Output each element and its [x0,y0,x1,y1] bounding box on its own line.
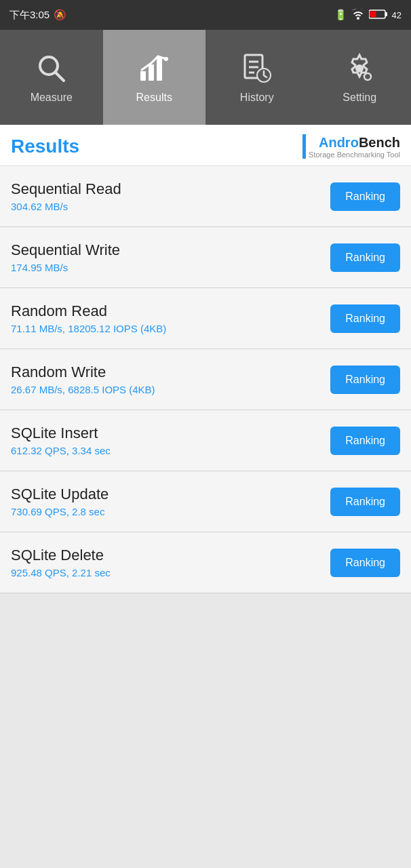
result-name-sqlite-update: SQLite Update [11,486,330,503]
tab-setting[interactable]: Setting [309,30,412,125]
tab-measure-label: Measure [31,92,73,104]
history-icon [239,51,275,86]
result-value-sequential-read: 304.62 MB/s [11,201,330,212]
status-time: 下午3:05 [9,9,50,22]
result-sqlite-delete: SQLite Delete 925.48 QPS, 2.21 sec Ranki… [0,532,411,593]
tab-setting-label: Setting [342,92,376,104]
svg-point-14 [355,64,364,73]
battery-percent: 42 [392,10,402,20]
result-info-random-read: Random Read 71.11 MB/s, 18205.12 IOPS (4… [11,302,330,334]
ranking-button-sqlite-update[interactable]: Ranking [330,488,400,516]
svg-rect-2 [370,11,376,17]
status-bar: 下午3:05 🔕 🔋 42 [0,0,411,30]
tab-bar: Measure Results History [0,30,411,125]
result-info-sequential-write: Sequential Write 174.95 MB/s [11,241,330,273]
ranking-button-sequential-read[interactable]: Ranking [330,182,400,211]
logo-andro: Andro [319,135,359,150]
wifi-icon [351,9,365,22]
page-title: Results [11,136,79,157]
result-info-sequential-read: Sequential Read 304.62 MB/s [11,180,330,212]
result-value-sqlite-insert: 612.32 QPS, 3.34 sec [11,445,330,456]
status-right: 🔋 42 [334,9,402,22]
svg-rect-6 [149,64,154,81]
result-sequential-read: Sequential Read 304.62 MB/s Ranking [0,166,411,227]
svg-point-8 [164,57,168,61]
logo-subtitle: Storage Benchmarking Tool [309,151,400,159]
tab-history-label: History [240,92,274,104]
ranking-button-sqlite-insert[interactable]: Ranking [330,427,400,455]
search-icon [34,51,69,86]
chart-icon [136,51,172,86]
svg-line-4 [56,73,64,81]
result-info-sqlite-update: SQLite Update 730.69 QPS, 2.8 sec [11,486,330,517]
result-name-random-write: Random Write [11,363,330,381]
result-value-sqlite-update: 730.69 QPS, 2.8 sec [11,506,330,517]
tab-results-label: Results [136,92,172,104]
ranking-button-random-read[interactable]: Ranking [330,304,400,333]
result-name-random-read: Random Read [11,302,330,320]
result-name-sqlite-insert: SQLite Insert [11,425,330,442]
result-name-sequential-write: Sequential Write [11,241,330,259]
tab-history[interactable]: History [206,30,309,125]
battery-low-icon: 🔋 [334,9,347,21]
app-logo: AndroBench Storage Benchmarking Tool [302,134,400,159]
ranking-button-sqlite-delete[interactable]: Ranking [330,549,400,577]
mute-icon: 🔕 [54,9,66,21]
tab-results[interactable]: Results [103,30,206,125]
ranking-button-sequential-write[interactable]: Ranking [330,243,400,272]
battery-level [369,9,388,22]
result-sqlite-insert: SQLite Insert 612.32 QPS, 3.34 sec Ranki… [0,410,411,471]
result-sqlite-update: SQLite Update 730.69 QPS, 2.8 sec Rankin… [0,471,411,532]
result-random-write: Random Write 26.67 MB/s, 6828.5 IOPS (4K… [0,349,411,410]
result-name-sequential-read: Sequential Read [11,180,330,198]
tab-measure[interactable]: Measure [0,30,103,125]
logo-name: AndroBench [309,135,400,151]
result-value-sqlite-delete: 925.48 QPS, 2.21 sec [11,567,330,578]
results-list: Sequential Read 304.62 MB/s Ranking Sequ… [0,166,411,593]
result-info-sqlite-delete: SQLite Delete 925.48 QPS, 2.21 sec [11,547,330,578]
result-value-random-read: 71.11 MB/s, 18205.12 IOPS (4KB) [11,323,330,334]
result-name-sqlite-delete: SQLite Delete [11,547,330,564]
svg-point-15 [364,73,371,80]
svg-rect-5 [140,71,146,81]
result-value-sequential-write: 174.95 MB/s [11,262,330,273]
result-random-read: Random Read 71.11 MB/s, 18205.12 IOPS (4… [0,288,411,349]
svg-rect-1 [385,12,387,16]
result-sequential-write: Sequential Write 174.95 MB/s Ranking [0,227,411,288]
logo-bar-accent [302,134,306,159]
result-info-random-write: Random Write 26.67 MB/s, 6828.5 IOPS (4K… [11,363,330,395]
page-header: Results AndroBench Storage Benchmarking … [0,125,411,166]
status-left: 下午3:05 🔕 [9,9,66,22]
setting-icon [342,51,377,86]
result-info-sqlite-insert: SQLite Insert 612.32 QPS, 3.34 sec [11,425,330,456]
ranking-button-random-write[interactable]: Ranking [330,366,400,394]
svg-rect-7 [157,58,162,81]
logo-bench: Bench [359,135,400,150]
result-value-random-write: 26.67 MB/s, 6828.5 IOPS (4KB) [11,384,330,395]
